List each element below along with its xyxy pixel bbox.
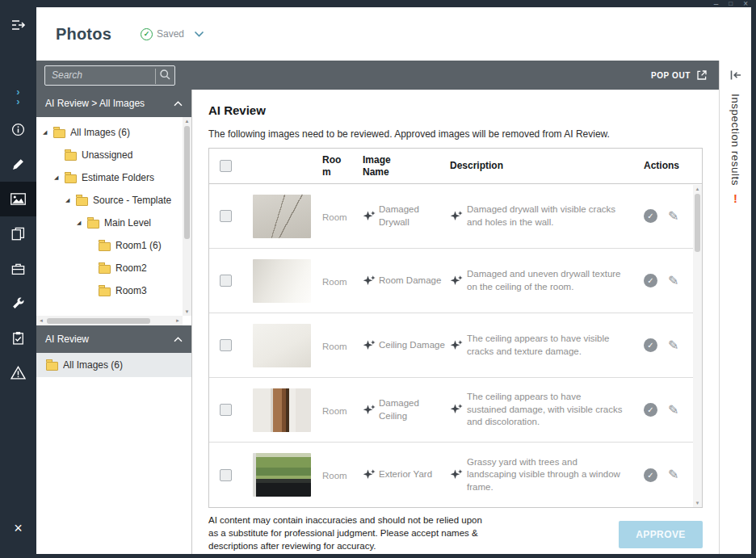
tree-item[interactable]: ◢Main Level <box>36 212 183 234</box>
tree-item[interactable]: Room3 <box>36 279 183 302</box>
folder-icon <box>53 129 65 138</box>
photo-thumbnail[interactable] <box>253 195 311 238</box>
folder-icon <box>76 197 88 206</box>
sidebar-item-toolbox[interactable] <box>0 251 36 286</box>
saved-check-icon: ✓ <box>141 28 153 40</box>
scrollbar-thumb[interactable] <box>47 318 150 324</box>
image-name: Exterior Yard <box>379 468 432 481</box>
ai-accept-name-icon[interactable] <box>363 339 376 352</box>
folder-icon <box>99 242 111 251</box>
sidebar-item-photos[interactable] <box>0 182 36 216</box>
edit-image-icon[interactable]: ✎ <box>668 468 678 481</box>
tree-item-label: Room1 (6) <box>116 240 162 251</box>
room-label: Room <box>322 277 347 287</box>
tree-vertical-scrollbar[interactable]: ▲ ▼ <box>183 117 191 316</box>
pop-out-button[interactable]: POP OUT <box>648 66 711 84</box>
sidebar-item-alerts[interactable] <box>0 355 36 390</box>
tree-pane-header[interactable]: AI Review > All Images <box>36 90 191 117</box>
approve-image-icon[interactable]: ✓ <box>644 468 657 482</box>
tree-item[interactable]: ◢Estimate Folders <box>36 166 183 189</box>
row-checkbox[interactable] <box>220 404 232 416</box>
tree-item[interactable]: Unassigned <box>36 144 183 166</box>
row-checkbox[interactable] <box>220 210 232 222</box>
edit-image-icon[interactable]: ✎ <box>668 275 678 287</box>
photos-toolbar: POP OUT <box>36 61 719 90</box>
ai-accept-description-icon[interactable] <box>450 275 463 287</box>
image-name: Damaged Ceiling <box>379 397 450 422</box>
column-header-actions: Actions <box>644 160 679 172</box>
edit-image-icon[interactable]: ✎ <box>668 210 678 223</box>
column-header-room: Room <box>322 154 348 178</box>
ai-review-section-header[interactable]: AI Review <box>36 325 191 353</box>
edit-image-icon[interactable]: ✎ <box>668 339 678 352</box>
edit-image-icon[interactable]: ✎ <box>668 404 678 417</box>
ai-accept-description-icon[interactable] <box>450 339 463 352</box>
ai-review-item[interactable]: All Images (6) <box>36 353 191 377</box>
table-footer: AI content may contain inaccuracies and … <box>208 508 703 554</box>
photo-thumbnail[interactable] <box>253 388 311 432</box>
sidebar-item-tools[interactable] <box>0 286 36 321</box>
column-header-description: Description <box>450 160 503 172</box>
arrow-left-bar-icon <box>729 69 742 81</box>
scroll-right-icon[interactable]: ► <box>175 318 180 323</box>
photo-thumbnail[interactable] <box>253 259 311 303</box>
sidebar-close-button[interactable]: × <box>0 511 36 546</box>
chevron-right-icon[interactable]: › <box>16 97 19 106</box>
scroll-down-icon[interactable]: ▼ <box>185 309 190 314</box>
expand-panel-button[interactable] <box>729 69 742 81</box>
ai-accept-name-icon[interactable] <box>363 404 376 417</box>
sidebar-item-documents[interactable] <box>0 216 36 251</box>
tree-horizontal-scrollbar[interactable]: ◄ ► <box>36 316 183 325</box>
search-icon[interactable] <box>155 69 171 84</box>
tree-item[interactable]: ◢Source - Template <box>36 189 183 212</box>
sidebar-item-tasks[interactable] <box>0 321 36 355</box>
approve-image-icon[interactable]: ✓ <box>644 274 657 287</box>
folder-tree: ◢All Images (6)Unassigned◢Estimate Folde… <box>36 117 183 316</box>
approve-image-icon[interactable]: ✓ <box>644 338 657 352</box>
tree-item[interactable]: ◢All Images (6) <box>36 121 183 144</box>
ai-accept-name-icon[interactable] <box>363 275 376 287</box>
scroll-down-icon[interactable]: ▼ <box>695 501 700 506</box>
row-checkbox[interactable] <box>220 469 232 481</box>
tree-item-label: Estimate Folders <box>82 172 154 183</box>
approve-image-icon[interactable]: ✓ <box>644 403 657 417</box>
inspection-results-tab[interactable]: Inspection results <box>729 94 741 186</box>
sidebar-expanders: › › <box>16 80 19 112</box>
sidebar-toggle-button[interactable] <box>0 9 36 41</box>
tree-item[interactable]: Room2 <box>36 257 183 279</box>
row-checkbox[interactable] <box>220 275 232 287</box>
photo-thumbnail[interactable] <box>253 453 311 497</box>
scrollbar-thumb[interactable] <box>695 194 700 252</box>
close-window-icon[interactable]: × <box>743 0 748 7</box>
scroll-up-icon[interactable]: ▲ <box>185 119 190 124</box>
wrench-icon <box>11 296 25 310</box>
select-all-checkbox[interactable] <box>220 160 232 172</box>
approve-button[interactable]: APPROVE <box>619 521 703 548</box>
ai-accept-name-icon[interactable] <box>363 468 376 481</box>
image-name: Room Damage <box>379 275 441 287</box>
ai-accept-description-icon[interactable] <box>450 468 463 481</box>
chevron-right-icon[interactable]: › <box>16 87 19 96</box>
photo-thumbnail[interactable] <box>253 324 311 367</box>
sidebar-item-edit[interactable] <box>0 147 36 182</box>
documents-icon <box>11 227 25 241</box>
search-box <box>44 65 175 86</box>
saved-dropdown-button[interactable] <box>194 31 204 37</box>
maximize-icon[interactable]: □ <box>729 0 733 7</box>
room-label: Room <box>322 406 347 416</box>
approve-image-icon[interactable]: ✓ <box>644 209 657 223</box>
scroll-left-icon[interactable]: ◄ <box>39 318 44 323</box>
image-name: Ceiling Damage <box>379 339 445 352</box>
scrollbar-thumb[interactable] <box>184 126 190 239</box>
ai-accept-description-icon[interactable] <box>450 403 463 416</box>
row-checkbox[interactable] <box>220 339 232 351</box>
scroll-up-icon[interactable]: ▲ <box>695 187 700 191</box>
ai-accept-name-icon[interactable] <box>363 210 376 223</box>
minimize-icon[interactable]: – <box>714 0 719 7</box>
table-vertical-scrollbar[interactable]: ▲ ▼ <box>693 185 702 507</box>
sidebar-item-info[interactable] <box>0 112 36 147</box>
app-sidebar: › › × <box>0 7 36 554</box>
ai-accept-description-icon[interactable] <box>450 210 463 223</box>
tree-item[interactable]: Room1 (6) <box>36 234 183 257</box>
warning-triangle-icon <box>10 366 26 380</box>
